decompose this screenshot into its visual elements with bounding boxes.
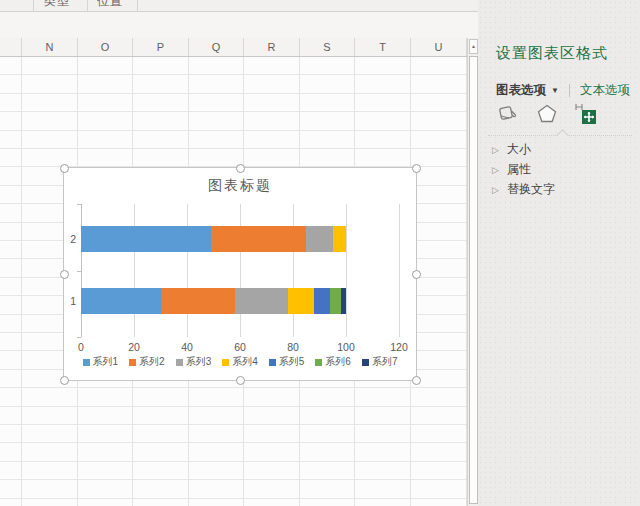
legend-swatch-icon <box>315 359 322 366</box>
legend-swatch-icon <box>362 359 369 366</box>
legend-swatch-icon <box>269 359 276 366</box>
column-header-stub[interactable] <box>0 38 22 56</box>
legend-label: 系列6 <box>325 355 351 369</box>
x-axis-label[interactable]: 100 <box>331 341 361 353</box>
chart-gridline <box>134 204 135 337</box>
scroll-up-button[interactable]: ▲ <box>469 39 478 54</box>
legend-item[interactable]: 系列4 <box>222 355 258 369</box>
bar-segment-系列1-cat1[interactable] <box>81 288 161 314</box>
expand-triangle-icon[interactable]: ▷ <box>492 185 499 195</box>
legend-item[interactable]: 系列5 <box>269 355 305 369</box>
axis-tick <box>77 204 81 205</box>
legend-item[interactable]: 系列1 <box>83 355 119 369</box>
x-axis-label[interactable]: 80 <box>278 341 308 353</box>
legend-swatch-icon <box>129 359 136 366</box>
tab-divider <box>569 84 570 97</box>
bar-segment-系列2-cat2[interactable] <box>211 226 306 252</box>
ribbon-group-label[interactable]: 位置 <box>97 0 123 10</box>
x-axis-label[interactable]: 20 <box>119 341 149 353</box>
chevron-down-icon[interactable]: ▼ <box>551 86 559 95</box>
chart-gridline <box>293 204 294 337</box>
legend-label: 系列7 <box>372 355 398 369</box>
legend-swatch-icon <box>83 359 90 366</box>
ribbon-separator <box>137 0 138 11</box>
scrollbar-thumb[interactable] <box>469 56 478 504</box>
bar-segment-系列6-cat1[interactable] <box>330 288 341 314</box>
section-label[interactable]: 大小 <box>507 141 531 158</box>
section-label[interactable]: 属性 <box>507 161 531 178</box>
legend-label: 系列4 <box>232 355 258 369</box>
chart-gridline <box>187 204 188 337</box>
grid-line <box>21 57 22 506</box>
chart-gridline <box>240 204 241 337</box>
section-properties[interactable]: ▷ 属性 <box>492 161 531 178</box>
column-header-R[interactable]: R <box>244 38 300 56</box>
bar-segment-系列2-cat1[interactable] <box>161 288 235 314</box>
legend-item[interactable]: 系列7 <box>362 355 398 369</box>
category-axis-label[interactable]: 1 <box>64 295 76 307</box>
format-task-pane: 设置图表区格式 图表选项 ▼ 文本选项 <box>478 0 640 506</box>
section-size[interactable]: ▷ 大小 <box>492 141 531 158</box>
legend-item[interactable]: 系列6 <box>315 355 351 369</box>
legend-item[interactable]: 系列2 <box>129 355 165 369</box>
selected-icon-caret <box>556 129 569 142</box>
chart-gridline <box>346 204 347 337</box>
category-axis-label[interactable]: 2 <box>64 233 76 245</box>
column-header-S[interactable]: S <box>300 38 355 56</box>
bar-segment-系列7-cat1[interactable] <box>341 288 346 314</box>
section-alt-text[interactable]: ▷ 替换文字 <box>492 181 555 198</box>
column-header-P[interactable]: P <box>133 38 189 56</box>
legend-label: 系列1 <box>93 355 119 369</box>
chart-selection-handle[interactable] <box>60 164 69 173</box>
ribbon-group-label[interactable]: 类型 <box>44 0 70 10</box>
ribbon-separator <box>87 0 88 11</box>
fill-icon[interactable] <box>494 100 522 128</box>
chart-selection-handle[interactable] <box>60 376 69 385</box>
pane-title: 设置图表区格式 <box>496 44 608 63</box>
tab-text-options[interactable]: 文本选项 <box>580 82 630 99</box>
bar-segment-系列1-cat2[interactable] <box>81 226 211 252</box>
chart-gridline <box>399 204 400 337</box>
x-axis-label[interactable]: 60 <box>225 341 255 353</box>
chart-selection-handle[interactable] <box>412 270 421 279</box>
expand-triangle-icon[interactable]: ▷ <box>492 165 499 175</box>
column-header-U[interactable]: U <box>411 38 467 56</box>
section-label[interactable]: 替换文字 <box>507 181 555 198</box>
chart-selection-handle[interactable] <box>236 164 245 173</box>
legend-item[interactable]: 系列3 <box>176 355 212 369</box>
chart-selection-handle[interactable] <box>60 270 69 279</box>
bar-segment-系列3-cat1[interactable] <box>235 288 288 314</box>
bar-segment-系列5-cat1[interactable] <box>314 288 330 314</box>
legend-label: 系列3 <box>186 355 212 369</box>
bar-segment-系列3-cat2[interactable] <box>306 226 333 252</box>
effects-icon[interactable] <box>533 100 561 128</box>
axis-tick <box>77 337 81 338</box>
column-headers[interactable]: NOPQRSTU <box>0 38 467 57</box>
x-axis-label[interactable]: 0 <box>66 341 96 353</box>
axis-tick <box>77 271 81 272</box>
chart-title[interactable]: 图表标题 <box>64 177 416 195</box>
chart-legend[interactable]: 系列1系列2系列3系列4系列5系列6系列7 <box>64 355 416 369</box>
column-header-O[interactable]: O <box>78 38 133 56</box>
bar-segment-系列4-cat1[interactable] <box>288 288 315 314</box>
legend-label: 系列2 <box>139 355 165 369</box>
bar-segment-系列4-cat2[interactable] <box>333 226 346 252</box>
x-axis-label[interactable]: 40 <box>172 341 202 353</box>
legend-label: 系列5 <box>279 355 305 369</box>
legend-swatch-icon <box>222 359 229 366</box>
ribbon-separator <box>33 0 34 11</box>
expand-triangle-icon[interactable]: ▷ <box>492 145 499 155</box>
tab-chart-options[interactable]: 图表选项 <box>496 82 546 99</box>
column-header-T[interactable]: T <box>355 38 411 56</box>
chart-selection-handle[interactable] <box>236 376 245 385</box>
column-header-N[interactable]: N <box>22 38 78 56</box>
x-axis-label[interactable]: 120 <box>384 341 414 353</box>
chart-area[interactable]: 图表标题 02040608010012021 系列1系列2系列3系列4系列5系列… <box>63 167 417 381</box>
size-properties-icon[interactable] <box>572 100 600 128</box>
chart-selection-handle[interactable] <box>412 376 421 385</box>
column-header-Q[interactable]: Q <box>189 38 244 56</box>
chart-selection-handle[interactable] <box>412 164 421 173</box>
value-axis-line <box>81 204 82 337</box>
legend-swatch-icon <box>176 359 183 366</box>
